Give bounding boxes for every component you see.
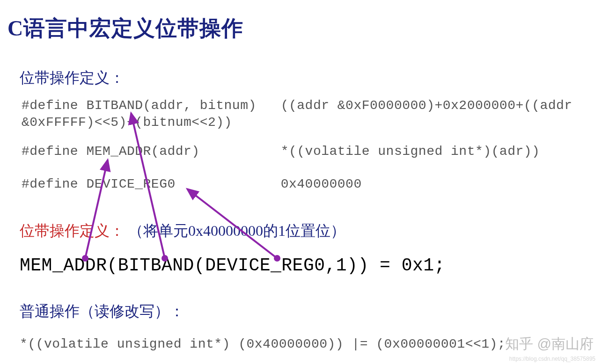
code-usage-line: MEM_ADDR(BITBAND(DEVICE_REG0,1)) = 0x1; [20, 255, 445, 276]
section-heading-usage: 位带操作定义： （将单元0x40000000的1位置位） [20, 221, 345, 241]
code-define-devicereg: #define DEVICE_REG0 0x40000000 [22, 177, 362, 191]
code-define-bitband: #define BITBAND(addr, bitnum) ((addr &0x… [22, 97, 573, 131]
watermark-main: 知乎 @南山府 [505, 335, 594, 354]
svg-line-0 [85, 160, 108, 258]
code-define-memaddr: #define MEM_ADDR(addr) *((volatile unsig… [22, 144, 540, 159]
code-normal-op: *((volatile unsigned int*) (0x40000000))… [20, 337, 506, 351]
page-title: C语言中宏定义位带操作 [7, 14, 243, 43]
usage-heading-red: 位带操作定义： [20, 222, 125, 239]
section-heading-definition: 位带操作定义： [20, 68, 125, 88]
usage-heading-blue: （将单元0x40000000的1位置位） [128, 222, 345, 239]
watermark-url: https://blog.csdn.net/qq_38575895 [509, 356, 595, 362]
section-heading-normal-op: 普通操作（读修改写）： [20, 301, 184, 322]
